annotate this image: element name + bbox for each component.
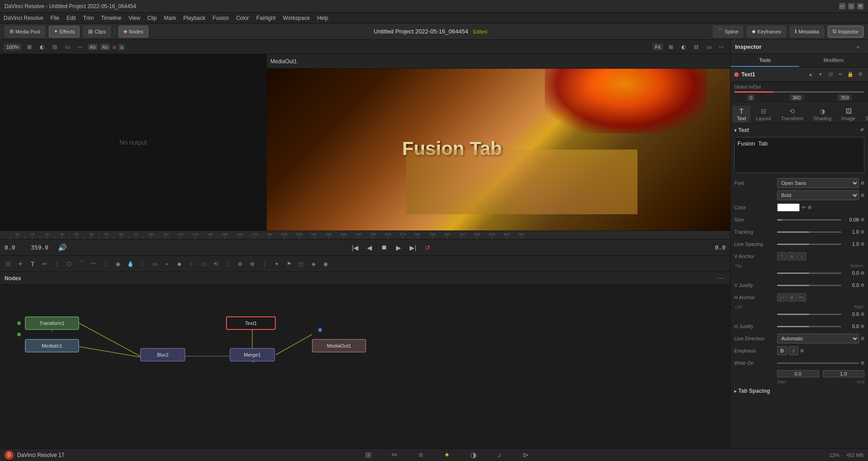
- write-on-end-val[interactable]: 1.0: [823, 370, 865, 377]
- text1-lock-icon[interactable]: 🔒: [846, 71, 854, 79]
- menu-trim[interactable]: Trim: [83, 15, 94, 21]
- pin-tool[interactable]: ⊕: [235, 259, 245, 269]
- menu-mark[interactable]: Mark: [164, 15, 176, 21]
- font-weight-dropdown[interactable]: Bold: [777, 190, 859, 200]
- viewer-more-btn[interactable]: ⋯: [75, 42, 85, 52]
- v-anchor-btn2[interactable]: ⊟: [787, 252, 796, 260]
- color-picker-icon[interactable]: ✏: [802, 204, 806, 211]
- metadata-button[interactable]: ℹ Metadata: [790, 26, 824, 38]
- text-a-red-icon[interactable]: a: [113, 43, 116, 50]
- text1-settings-icon[interactable]: ⚙: [856, 71, 864, 79]
- menu-fairlight[interactable]: Fairlight: [256, 15, 276, 21]
- viewer-channel-btn[interactable]: ◐: [37, 42, 47, 52]
- font-dot[interactable]: [861, 181, 864, 185]
- circle-tool[interactable]: ○: [186, 259, 197, 269]
- text1-thumbnail-icon[interactable]: ⊡: [826, 71, 835, 79]
- emphasis-italic-btn[interactable]: I: [788, 346, 798, 355]
- transform-tool[interactable]: ⟲: [210, 259, 221, 269]
- viewer-grid-btn[interactable]: ⊞: [24, 42, 34, 52]
- cut-status-icon[interactable]: ✂: [388, 449, 401, 461]
- node-text1[interactable]: Text1: [226, 316, 276, 330]
- gio-val-start[interactable]: 0: [747, 94, 755, 101]
- inspector-tab-tools[interactable]: Tools: [731, 54, 799, 67]
- loop-btn[interactable]: ↺: [422, 242, 433, 253]
- volume-btn[interactable]: 🔊: [57, 242, 68, 253]
- menu-edit[interactable]: Edit: [66, 15, 76, 21]
- media-pool-button[interactable]: ⊞ Media Pool: [5, 26, 45, 38]
- text-a-small-icon[interactable]: a: [118, 44, 125, 50]
- tracking-dot[interactable]: [861, 230, 864, 234]
- paint-dash-tool[interactable]: 〰: [88, 259, 99, 269]
- h-anchor-slider[interactable]: [777, 314, 841, 315]
- node-merge1[interactable]: Merge1: [230, 348, 275, 362]
- text1-paint-icon[interactable]: ✏: [836, 71, 844, 79]
- node-blur2[interactable]: Blur2: [140, 348, 185, 362]
- write-on-dot[interactable]: [861, 361, 864, 365]
- text-content-input[interactable]: [734, 137, 864, 173]
- effects-button[interactable]: ✦ Effects: [49, 26, 80, 38]
- gio-val-end[interactable]: 359: [838, 94, 851, 101]
- stop-btn[interactable]: ■: [379, 242, 390, 253]
- keyframes-button[interactable]: ◆ Keyframes: [747, 26, 786, 38]
- media-pool-status-icon[interactable]: ⊞: [362, 449, 375, 461]
- v-anchor-btn1[interactable]: ⊤: [777, 252, 786, 260]
- marker-tool[interactable]: ◻: [296, 259, 307, 269]
- right-viewer-grid[interactable]: ⊞: [666, 42, 676, 52]
- close-button[interactable]: ✕: [857, 3, 863, 9]
- spline-button[interactable]: ⌒ Spline: [713, 26, 744, 38]
- fit-label[interactable]: Fit: [652, 43, 663, 51]
- line-direction-dropdown[interactable]: Automatic: [777, 334, 859, 343]
- menu-view[interactable]: View: [128, 15, 140, 21]
- menu-fusion[interactable]: Fusion: [212, 15, 229, 21]
- nodes-more-btn[interactable]: ⋯: [715, 273, 726, 284]
- viewer-aspect-btn[interactable]: ▭: [62, 42, 72, 52]
- global-inout-slider[interactable]: [734, 91, 864, 93]
- right-viewer-more[interactable]: ⋯: [717, 42, 726, 52]
- go-to-start-btn[interactable]: |◀: [350, 242, 361, 253]
- nodes-canvas[interactable]: Transform1 MediaIn1 Blur2 Text1 Merge1: [0, 285, 730, 448]
- menu-color[interactable]: Color: [236, 15, 249, 21]
- drop-tool[interactable]: 💧: [125, 259, 136, 269]
- v-anchor-dot[interactable]: [861, 271, 864, 275]
- nodes-button[interactable]: ◈ Nodes: [118, 26, 148, 38]
- edit-status-icon[interactable]: ≡: [415, 449, 427, 461]
- subtab-layout[interactable]: ⊟ Layout: [751, 106, 775, 123]
- h-anchor-btn3[interactable]: ⊢|: [797, 293, 806, 301]
- clips-button[interactable]: ▤ Clips: [83, 26, 110, 38]
- subtab-settings[interactable]: ⚙ Settings: [861, 106, 868, 123]
- line-direction-dot[interactable]: [861, 337, 864, 340]
- line-spacing-dot[interactable]: [861, 242, 864, 246]
- menu-clip[interactable]: Clip: [147, 15, 157, 21]
- emphasis-dot[interactable]: [800, 349, 804, 353]
- node-mediain1[interactable]: MediaIn1: [25, 339, 79, 353]
- h-anchor-btn2[interactable]: ⊟: [787, 293, 796, 301]
- move-tool[interactable]: ✛: [15, 259, 26, 269]
- v-justify-dot[interactable]: [861, 283, 864, 287]
- diamond-tool[interactable]: ◆: [174, 259, 184, 269]
- node-transform1[interactable]: Transform1: [25, 316, 79, 330]
- font-weight-dot[interactable]: [861, 193, 864, 197]
- fusion-status-icon[interactable]: ✦: [441, 449, 453, 461]
- color-dot[interactable]: [808, 206, 811, 209]
- mask-tool[interactable]: ◈: [308, 259, 319, 269]
- color-tool[interactable]: ◉: [113, 259, 123, 269]
- inspector-button[interactable]: ⧉ Inspector: [828, 26, 863, 38]
- h-anchor-dot[interactable]: [861, 312, 864, 316]
- menu-davinci[interactable]: DaVinci Resolve: [4, 15, 43, 21]
- text1-status-dot[interactable]: [734, 72, 739, 77]
- write-on-start-val[interactable]: 0.0: [777, 370, 819, 377]
- ellipse-tool[interactable]: ⬭: [198, 259, 209, 269]
- text1-green-dot[interactable]: ●: [807, 71, 815, 79]
- v-justify-slider[interactable]: [777, 285, 841, 286]
- minimize-button[interactable]: ─: [839, 3, 845, 9]
- menu-timeline[interactable]: Timeline: [101, 15, 121, 21]
- paint-tool[interactable]: ✏: [39, 259, 50, 269]
- size-dot[interactable]: [861, 218, 864, 221]
- flag-tool[interactable]: ⚑: [283, 259, 294, 269]
- subtab-image[interactable]: 🖼 Image: [837, 106, 860, 123]
- text1-dropdown-icon[interactable]: ▾: [816, 71, 825, 79]
- node-mediaout1[interactable]: MediaOut1: [312, 339, 366, 353]
- subtab-transform[interactable]: ⟲ Transform: [776, 106, 808, 123]
- subtab-text[interactable]: T Text: [732, 106, 750, 123]
- font-dropdown[interactable]: Open Sans: [777, 178, 859, 188]
